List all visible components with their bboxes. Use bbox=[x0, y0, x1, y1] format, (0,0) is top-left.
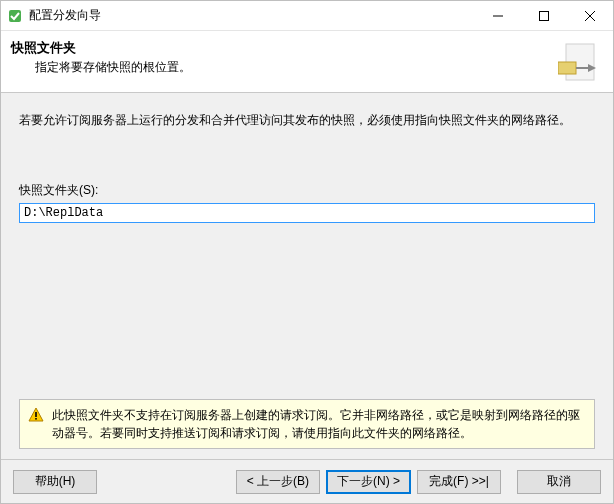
button-bar: 帮助(H) < 上一步(B) 下一步(N) > 完成(F) >>| 取消 bbox=[1, 459, 613, 503]
cancel-button[interactable]: 取消 bbox=[517, 470, 601, 494]
snapshot-folder-label: 快照文件夹(S): bbox=[19, 182, 595, 199]
next-button[interactable]: 下一步(N) > bbox=[326, 470, 411, 494]
svg-rect-10 bbox=[35, 412, 37, 417]
warning-box: 此快照文件夹不支持在订阅服务器上创建的请求订阅。它并非网络路径，或它是映射到网络… bbox=[19, 399, 595, 449]
page-title: 快照文件夹 bbox=[11, 39, 557, 57]
help-button[interactable]: 帮助(H) bbox=[13, 470, 97, 494]
svg-rect-6 bbox=[558, 62, 576, 74]
finish-button[interactable]: 完成(F) >>| bbox=[417, 470, 501, 494]
svg-rect-11 bbox=[35, 418, 37, 420]
page-subtitle: 指定将要存储快照的根位置。 bbox=[35, 59, 557, 76]
app-icon bbox=[7, 8, 23, 24]
svg-rect-2 bbox=[540, 11, 549, 20]
warning-icon bbox=[28, 406, 46, 442]
svg-rect-0 bbox=[9, 10, 21, 22]
back-button[interactable]: < 上一步(B) bbox=[236, 470, 320, 494]
close-button[interactable] bbox=[567, 1, 613, 30]
wizard-header: 快照文件夹 指定将要存储快照的根位置。 bbox=[1, 31, 613, 93]
instruction-text: 若要允许订阅服务器上运行的分发和合并代理访问其发布的快照，必须使用指向快照文件夹… bbox=[19, 111, 595, 130]
minimize-button[interactable] bbox=[475, 1, 521, 30]
maximize-button[interactable] bbox=[521, 1, 567, 30]
window-title: 配置分发向导 bbox=[29, 7, 475, 24]
header-graphic-icon bbox=[557, 39, 603, 85]
snapshot-folder-input[interactable] bbox=[19, 203, 595, 223]
warning-text: 此快照文件夹不支持在订阅服务器上创建的请求订阅。它并非网络路径，或它是映射到网络… bbox=[52, 406, 586, 442]
wizard-body: 若要允许订阅服务器上运行的分发和合并代理访问其发布的快照，必须使用指向快照文件夹… bbox=[1, 93, 613, 459]
title-bar: 配置分发向导 bbox=[1, 1, 613, 31]
